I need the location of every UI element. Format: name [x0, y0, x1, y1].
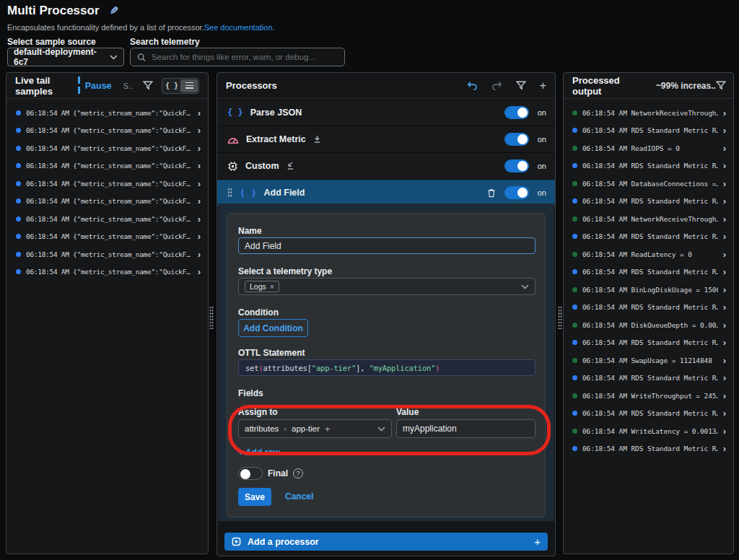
sample-source-select[interactable]: default-deployment-6c7 — [7, 48, 124, 66]
add-a-processor-button[interactable]: Add a processor + — [224, 533, 548, 551]
chevron-right-icon[interactable]: › — [723, 320, 726, 330]
chevron-right-icon[interactable]: › — [723, 267, 726, 276]
ottl-statement-code[interactable]: set(attributes["app-tier"], "myApplicati… — [238, 359, 535, 376]
output-row[interactable]: 06:18:54 AM BinLogDiskUsage = 1506 › — [564, 281, 733, 299]
chevron-right-icon[interactable]: › — [198, 267, 201, 276]
drag-handle-icon[interactable] — [227, 188, 232, 198]
chevron-right-icon[interactable]: › — [198, 108, 201, 118]
chevron-right-icon[interactable]: › — [723, 444, 726, 453]
toggle-on[interactable] — [504, 159, 529, 172]
value-input[interactable]: myApplication — [396, 419, 535, 438]
output-row[interactable]: 06:18:54 AM RDS Standard Metric R… › — [564, 157, 733, 175]
log-row[interactable]: 06:18:54 AM {"metric_stream_name":"Quick… — [6, 210, 208, 228]
toggle-on[interactable] — [504, 133, 529, 146]
output-row[interactable]: 06:18:54 AM ReadIOPS = 0 › — [564, 139, 733, 157]
log-row[interactable]: 06:18:54 AM {"metric_stream_name":"Quick… — [6, 104, 208, 122]
chevron-right-icon[interactable]: › — [723, 338, 726, 347]
chevron-right-icon[interactable]: › — [723, 391, 726, 401]
search-input[interactable] — [150, 52, 338, 62]
chevron-right-icon[interactable]: › — [723, 161, 726, 170]
help-icon[interactable]: ? — [293, 468, 303, 478]
log-row[interactable]: 06:18:54 AM {"metric_stream_name":"Quick… — [6, 263, 208, 281]
log-row[interactable]: 06:18:54 AM {"metric_stream_name":"Quick… — [6, 228, 208, 246]
chevron-right-icon[interactable]: › — [198, 126, 201, 135]
chevron-right-icon[interactable]: › — [723, 214, 726, 224]
output-row[interactable]: 06:18:54 AM RDS Standard Metric R… › — [564, 334, 733, 352]
processor-row-custom[interactable]: Custom on — [217, 152, 555, 179]
truncated-control-label[interactable]: S.. — [123, 82, 133, 90]
add-icon[interactable]: + — [540, 80, 546, 92]
chevron-right-icon[interactable]: › — [198, 232, 201, 241]
undo-icon[interactable] — [467, 81, 478, 90]
filter-icon[interactable] — [143, 81, 153, 90]
filter-icon[interactable] — [516, 81, 526, 90]
output-row[interactable]: 06:18:54 AM RDS Standard Metric R… › — [564, 193, 733, 211]
log-row[interactable]: 06:18:54 AM {"metric_stream_name":"Quick… — [6, 157, 208, 175]
trash-icon[interactable] — [487, 188, 496, 198]
chevron-right-icon[interactable]: › — [723, 196, 726, 206]
output-row[interactable]: 06:18:54 AM WriteThroughput = 245… › — [564, 387, 733, 405]
assign-to-select[interactable]: attributes › app-tier + — [238, 419, 392, 438]
chevron-right-icon[interactable]: › — [198, 161, 201, 170]
processor-row-parse-json[interactable]: { } Parse JSON on — [217, 99, 555, 126]
save-button[interactable]: Save — [238, 488, 271, 506]
chip-close-icon[interactable]: × — [270, 282, 274, 291]
cancel-button[interactable]: Cancel — [285, 491, 313, 502]
output-row[interactable]: 06:18:54 AM SwapUsage = 11214848 › — [564, 351, 733, 369]
chevron-right-icon[interactable]: › — [198, 214, 201, 224]
right-resize-handle[interactable] — [558, 306, 562, 329]
chevron-right-icon[interactable]: › — [723, 373, 726, 382]
chevron-right-icon[interactable]: › — [723, 108, 726, 118]
chevron-right-icon[interactable]: › — [198, 250, 201, 259]
list-view-button[interactable] — [180, 79, 198, 92]
log-row[interactable]: 06:18:54 AM {"metric_stream_name":"Quick… — [6, 193, 208, 211]
output-row[interactable]: 06:18:54 AM RDS Standard Metric R… › — [564, 228, 733, 246]
output-row[interactable]: 06:18:54 AM NetworkReceiveThrough… › — [564, 104, 733, 122]
json-view-button[interactable]: { } — [163, 79, 180, 92]
output-row[interactable]: 06:18:54 AM ReadLatency = 0 › — [564, 245, 733, 263]
chevron-right-icon[interactable]: › — [723, 302, 726, 312]
processor-row-add-field[interactable]: ( ) Add Field on — [217, 179, 555, 206]
redo-icon[interactable] — [491, 81, 502, 90]
processor-row-extract-metric[interactable]: Extract Metric on — [217, 126, 555, 152]
filter-icon[interactable] — [716, 81, 726, 90]
telemetry-type-select[interactable]: Logs× — [238, 278, 535, 295]
output-row[interactable]: 06:18:54 AM RDS Standard Metric R… › — [564, 405, 733, 423]
output-row[interactable]: 06:18:54 AM RDS Standard Metric R… › — [564, 263, 733, 281]
output-row[interactable]: 06:18:54 AM RDS Standard Metric R… › — [564, 369, 733, 388]
chevron-right-icon[interactable]: › — [723, 232, 726, 241]
output-row[interactable]: 06:18:54 AM RDS Standard Metric R… › — [564, 299, 733, 317]
edit-pencil-icon[interactable]: ✎ — [110, 4, 119, 17]
log-row[interactable]: 06:18:54 AM {"metric_stream_name":"Quick… — [6, 245, 208, 263]
chevron-right-icon[interactable]: › — [723, 408, 726, 418]
log-row[interactable]: 06:18:54 AM {"metric_stream_name":"Quick… — [6, 175, 208, 193]
chevron-right-icon[interactable]: › — [723, 179, 726, 188]
output-row[interactable]: 06:18:54 AM DatabaseConnections =… › — [564, 175, 733, 193]
name-input[interactable]: Add Field — [238, 237, 535, 254]
add-row-link[interactable]: + Add row — [238, 447, 280, 458]
chevron-right-icon[interactable]: › — [198, 144, 201, 153]
chevron-right-icon[interactable]: › — [198, 196, 201, 206]
chevron-right-icon[interactable]: › — [723, 426, 726, 436]
left-resize-handle[interactable] — [209, 306, 214, 329]
log-row[interactable]: 06:18:54 AM {"metric_stream_name":"Quick… — [6, 139, 208, 157]
see-documentation-link[interactable]: See documentation. — [204, 23, 275, 32]
chevron-right-icon[interactable]: › — [198, 179, 201, 188]
chevron-right-icon[interactable]: › — [723, 144, 726, 153]
final-toggle[interactable] — [238, 467, 263, 480]
log-row[interactable]: 06:18:54 AM {"metric_stream_name":"Quick… — [6, 122, 208, 140]
chevron-right-icon[interactable]: › — [723, 356, 726, 365]
output-row[interactable]: 06:18:54 AM DiskQueueDepth = 0.00… › — [564, 316, 733, 334]
chevron-right-icon[interactable]: › — [723, 250, 726, 259]
add-segment-icon[interactable]: + — [325, 424, 331, 434]
output-row[interactable]: 06:18:54 AM RDS Standard Metric R… › — [564, 440, 733, 458]
toggle-on[interactable] — [504, 106, 529, 119]
output-row[interactable]: 06:18:54 AM RDS Standard Metric R… › — [564, 122, 733, 140]
output-row[interactable]: 06:18:54 AM WriteLatency = 0.0013… › — [564, 422, 733, 440]
pause-button[interactable]: Pause — [78, 76, 112, 96]
toggle-on[interactable] — [504, 186, 529, 199]
add-condition-button[interactable]: Add Condition — [238, 319, 308, 337]
chevron-right-icon[interactable]: › — [723, 285, 726, 294]
chevron-right-icon[interactable]: › — [723, 126, 726, 135]
output-row[interactable]: 06:18:54 AM NetworkReceiveThrough… › — [564, 210, 733, 228]
